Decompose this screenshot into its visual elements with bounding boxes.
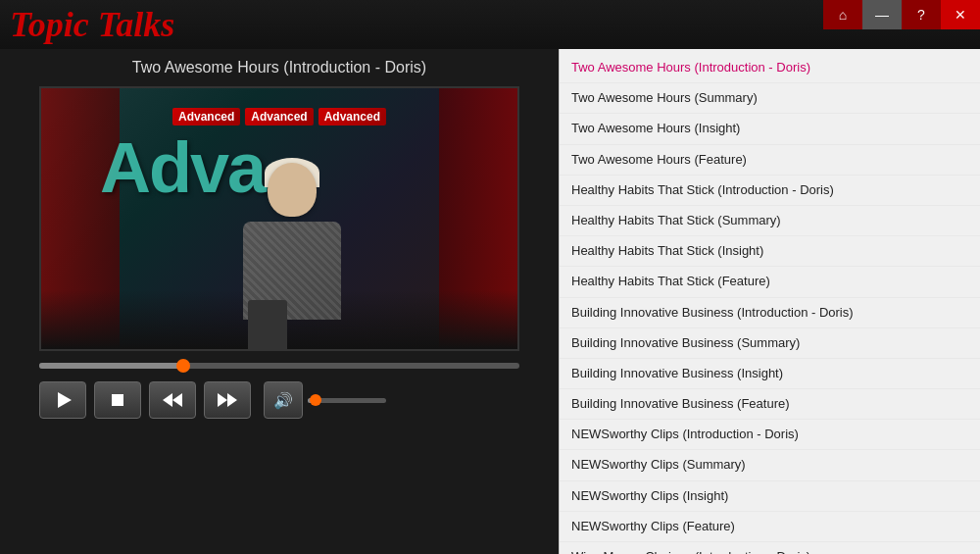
playlist-item[interactable]: Building Innovative Business (Insight) [560,359,980,389]
playlist-item[interactable]: NEWSworthy Clips (Summary) [560,450,980,480]
right-panel: Two Awesome Hours (Introduction - Doris)… [559,49,980,554]
help-button[interactable]: ? [902,0,941,29]
title-bar: Topic Talks ⌂ — ? ✕ [0,0,980,49]
playlist-item[interactable]: Healthy Habits That Stick (Feature) [560,267,980,297]
progress-area [39,363,519,369]
forward-button[interactable] [204,381,251,419]
playlist-item[interactable]: Wise Money Choices (Introduction - Doris… [560,542,980,554]
stop-button[interactable] [94,381,141,419]
volume-button[interactable]: 🔊 [264,381,303,419]
forward-tri-2 [227,393,237,407]
home-button[interactable]: ⌂ [823,0,862,29]
close-icon: ✕ [955,7,966,23]
playlist-item[interactable]: NEWSworthy Clips (Feature) [560,512,980,542]
playlist-item[interactable]: Two Awesome Hours (Introduction - Doris) [560,53,980,83]
left-panel: Two Awesome Hours (Introduction - Doris)… [0,49,559,554]
forward-icon [218,393,237,407]
video-container: Advanced Advanced Advanced Adva [39,86,519,351]
controls-row: 🔊 [39,381,519,419]
volume-icon: 🔊 [273,391,293,410]
rewind-button[interactable] [149,381,196,419]
playlist-item[interactable]: NEWSworthy Clips (Introduction - Doris) [560,420,980,450]
playlist-item[interactable]: Building Innovative Business (Summary) [560,328,980,359]
playlist-item[interactable]: NEWSworthy Clips (Insight) [560,481,980,512]
minimize-button[interactable]: — [862,0,902,29]
volume-area: 🔊 [264,381,386,419]
progress-fill [39,363,183,369]
playlist-item[interactable]: Healthy Habits That Stick (Introduction … [560,176,980,206]
minimize-icon: — [875,7,889,23]
stop-icon [112,394,123,406]
playlist-item[interactable]: Healthy Habits That Stick (Summary) [560,206,980,236]
banner-box-3: Advanced [318,108,386,126]
rewind-tri-1 [163,393,172,407]
close-button[interactable]: ✕ [941,0,980,29]
video-frame: Advanced Advanced Advanced Adva [41,88,517,349]
help-icon: ? [917,7,925,23]
playlist-scroll[interactable]: Two Awesome Hours (Introduction - Doris)… [560,49,980,554]
playlist-item[interactable]: Two Awesome Hours (Feature) [560,145,980,176]
presenter-figure [228,163,356,320]
main-content: Two Awesome Hours (Introduction - Doris)… [0,49,980,554]
playlist-item[interactable]: Building Innovative Business (Feature) [560,389,980,420]
app-title: Topic Talks [10,4,174,45]
playlist-item[interactable]: Building Innovative Business (Introducti… [560,298,980,328]
rewind-tri-2 [172,393,182,407]
video-title: Two Awesome Hours (Introduction - Doris) [20,59,539,76]
banner-box-2: Advanced [245,108,313,126]
banner-box-1: Advanced [172,108,240,126]
banner-row: Advanced Advanced Advanced [172,108,386,126]
rewind-icon [163,393,182,407]
playlist-item[interactable]: Healthy Habits That Stick (Insight) [560,236,980,267]
progress-handle[interactable] [176,359,190,373]
play-button[interactable] [39,381,86,419]
podium [248,300,287,349]
figure-head [268,163,317,217]
playlist-item[interactable]: Two Awesome Hours (Summary) [560,83,980,114]
progress-track[interactable] [39,363,519,369]
window-controls: ⌂ — ? ✕ [823,0,980,29]
volume-handle[interactable] [310,394,321,406]
volume-track[interactable] [308,398,386,403]
playlist-item[interactable]: Two Awesome Hours (Insight) [560,114,980,144]
play-icon [58,392,72,408]
forward-tri-1 [218,393,227,407]
home-icon: ⌂ [839,7,847,23]
